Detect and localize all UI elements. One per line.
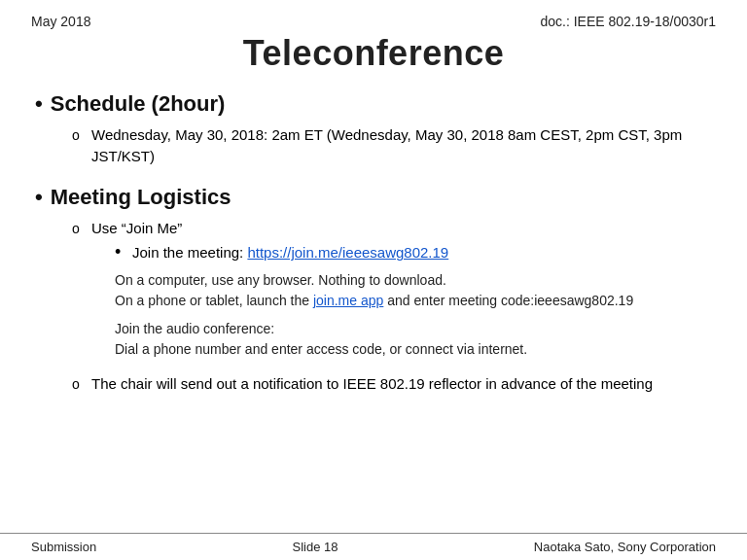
inner-bullets-join: • Join the meeting: https://join.me/ieee…: [91, 242, 633, 262]
block-text-browser: On a computer, use any browser. Nothing …: [91, 270, 633, 311]
bullet-meeting-logistics: • Meeting Logistics o Use “Join Me” •: [35, 185, 712, 396]
footer-left: Submission: [31, 540, 96, 554]
bullet-title-logistics: • Meeting Logistics: [35, 185, 712, 210]
bullet-dot-1: •: [35, 91, 43, 117]
header-right: doc.: IEEE 802.19-18/0030r1: [540, 14, 716, 29]
main-title: Teleconference: [243, 33, 504, 73]
footer-right: Naotaka Sato, Sony Corporation: [534, 540, 716, 554]
bullet-label-schedule: Schedule (2hour): [51, 91, 226, 117]
inner-bullet-join-meeting: • Join the meeting: https://join.me/ieee…: [115, 242, 633, 262]
bullet-dot-2: •: [35, 185, 43, 210]
bullet-label-logistics: Meeting Logistics: [51, 185, 231, 210]
sub-text-schedule-1: Wednesday, May 30, 2018: 2am ET (Wednesd…: [91, 124, 712, 167]
title-section: Teleconference: [0, 33, 747, 74]
sub-bullet-join-me: o Use “Join Me” • Join the meeting: http…: [72, 218, 712, 368]
inner-text-join: Join the meeting: https://join.me/ieeesa…: [132, 242, 448, 262]
footer: Submission Slide 18 Naotaka Sato, Sony C…: [0, 533, 747, 560]
sub-marker-join: o: [72, 221, 84, 236]
content-area: • Schedule (2hour) o Wednesday, May 30, …: [0, 91, 747, 395]
sub-bullets-logistics: o Use “Join Me” • Join the meeting: http…: [35, 218, 712, 396]
sub-bullets-schedule: o Wednesday, May 30, 2018: 2am ET (Wedne…: [35, 124, 712, 167]
header-left: May 2018: [31, 14, 90, 29]
sub-bullet-chair: o The chair will send out a notification…: [72, 373, 712, 395]
sub-marker-1: o: [72, 127, 84, 143]
sub-content-join: Use “Join Me” • Join the meeting: https:…: [91, 218, 633, 368]
sub-text-join: Use “Join Me”: [91, 220, 182, 236]
sub-marker-chair: o: [72, 376, 84, 392]
slide: May 2018 doc.: IEEE 802.19-18/0030r1 Tel…: [0, 0, 747, 560]
block-text-audio: Join the audio conference: Dial a phone …: [91, 319, 633, 360]
header: May 2018 doc.: IEEE 802.19-18/0030r1: [0, 0, 747, 29]
join-link[interactable]: https://join.me/ieeesawg802.19: [247, 244, 448, 261]
join-text-before: Join the meeting:: [132, 244, 247, 261]
bullet-schedule: • Schedule (2hour) o Wednesday, May 30, …: [35, 91, 712, 167]
footer-center: Slide 18: [293, 540, 338, 554]
bullet-title-schedule: • Schedule (2hour): [35, 91, 712, 117]
sub-bullet-schedule-1: o Wednesday, May 30, 2018: 2am ET (Wedne…: [72, 124, 712, 167]
joinme-app-link[interactable]: join.me app: [313, 293, 383, 308]
inner-marker-1: •: [115, 243, 124, 261]
sub-text-chair: The chair will send out a notification t…: [91, 373, 653, 395]
